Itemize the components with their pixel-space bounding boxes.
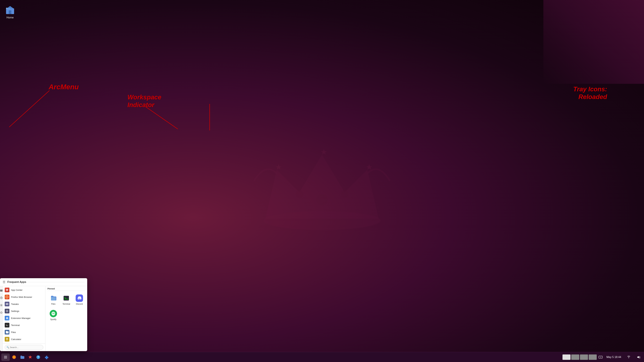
extension-manager-label: Extension Manager [11,317,30,320]
pinned-discord-label: Discord [76,303,83,305]
search-input[interactable] [5,345,43,350]
calculator-icon [5,337,10,342]
app-item-firefox[interactable]: Firefox Web Browser [3,294,45,301]
svg-rect-34 [8,340,8,340]
app-item-appcenter[interactable]: App Center [3,286,45,294]
svg-point-60 [601,357,601,358]
frequent-apps-list: App Center Firefox Web Browser [3,286,45,344]
svg-rect-33 [7,340,8,340]
files-taskbar-btn[interactable] [18,354,26,361]
svg-rect-43 [64,296,69,301]
tray-annotation: Tray Icons:Reloaded [573,85,607,101]
files-icon [5,330,10,335]
desktop: Home ☰ Frequent Apps [0,0,644,362]
svg-point-11 [11,12,11,12]
arcmenu-annotation: ArcMenu [49,83,79,91]
svg-rect-50 [4,358,7,358]
svg-point-2 [296,190,303,198]
app-item-tweaks[interactable]: Tweaks [3,301,45,308]
arcmenu-hamburger-icon[interactable]: ☰ [3,280,5,284]
svg-point-1 [316,194,328,206]
firefox-icon [5,295,10,299]
arcmenu-popup: ☰ Frequent Apps [0,278,87,351]
svg-rect-49 [4,357,7,357]
arcmenu-taskbar-button[interactable] [1,354,10,361]
svg-text:?: ? [38,356,39,359]
appcenter-label: App Center [11,289,22,291]
svg-marker-9 [7,6,14,8]
svg-marker-4 [276,164,282,170]
pinned-files-icon [50,295,57,302]
svg-point-16 [1,305,2,306]
svg-line-46 [146,107,178,129]
taskbar: ? [0,352,644,362]
svg-rect-12 [0,290,1,291]
files-label: Files [11,331,16,334]
arcmenu-sidebar [0,286,3,351]
arcmenu-frequent-panel: App Center Firefox Web Browser [3,286,46,351]
extension-manager-icon [5,316,10,321]
volume-tray-icon[interactable] [634,354,643,361]
arcmenu-pinned-panel: Pinned Files [46,286,87,351]
pinned-files[interactable]: Files [48,293,59,307]
corner-decoration [544,0,644,84]
app-item-settings[interactable]: Settings [3,308,45,315]
extensions-taskbar-btn[interactable] [42,354,50,361]
svg-point-21 [7,303,8,304]
svg-rect-31 [8,339,8,340]
pinned-grid: Files Terminal [48,293,85,322]
tweaks-icon [5,302,10,306]
pinned-spotify-label: Spotify [50,318,56,321]
tweaks-label: Tweaks [11,303,19,305]
help-taskbar-btn[interactable]: ? [34,354,42,361]
pinned-spotify[interactable]: Spotify [48,308,59,322]
terminal-label: Terminal [11,324,20,327]
svg-rect-30 [7,339,8,340]
svg-rect-25 [6,324,8,326]
pinned-spotify-icon [50,310,57,317]
app-item-extension-manager[interactable]: Extension Manager [3,315,45,322]
svg-point-61 [628,358,629,358]
svg-point-59 [601,357,602,357]
workspace-4[interactable] [589,355,597,360]
home-desktop-icon[interactable]: Home [3,3,17,20]
arcmenu-search [3,344,45,351]
svg-point-23 [8,304,8,305]
svg-rect-13 [0,291,2,292]
pinned-header: Pinned [48,287,85,291]
appcenter-icon [5,288,10,292]
settings-icon [5,309,10,313]
home-label: Home [6,16,14,19]
svg-point-24 [6,311,8,312]
svg-line-45 [9,90,50,127]
app-item-calculator[interactable]: Calculator [3,336,45,343]
workspace-3[interactable] [580,355,588,360]
svg-marker-6 [366,164,372,170]
workspace-1[interactable] [562,355,570,360]
game-tray-icon[interactable] [598,355,603,360]
workspace-annotation: WorkspaceIndicator [128,93,161,109]
firefox-taskbar-btn[interactable] [10,354,18,361]
pinned-discord-icon [76,295,83,302]
svg-marker-5 [321,149,327,155]
workspace-2[interactable] [571,355,579,360]
calculator-label: Calculator [11,338,21,341]
svg-rect-28 [6,338,8,339]
svg-marker-62 [637,356,639,358]
app-item-files[interactable]: Files [3,329,45,336]
svg-point-53 [14,357,14,358]
network-tray-icon[interactable] [624,354,633,361]
appcenter-taskbar-btn[interactable] [26,354,34,361]
app-item-terminal[interactable]: Terminal [3,322,45,329]
terminal-icon [5,323,10,328]
firefox-label: Firefox Web Browser [11,296,32,298]
svg-rect-14 [1,290,2,291]
pinned-discord[interactable]: Discord [74,293,85,307]
taskbar-right: May 5 18:44 [562,354,643,361]
workspace-indicators [562,355,597,360]
crown-watermark [246,122,398,240]
arcmenu-frequent-title: Frequent Apps [8,281,26,284]
svg-point-0 [264,211,380,230]
pinned-terminal[interactable]: Terminal [60,293,72,307]
pinned-terminal-icon [62,295,70,302]
